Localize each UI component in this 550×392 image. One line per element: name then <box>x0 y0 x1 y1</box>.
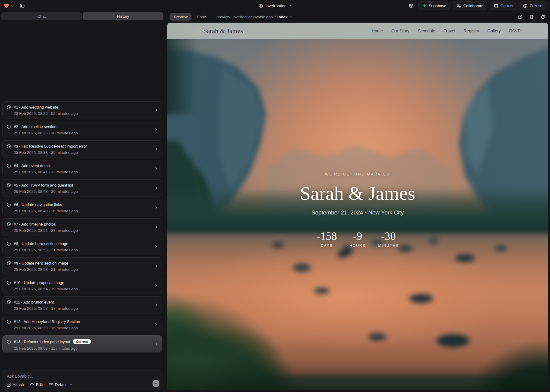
site-nav: HomeOur StoryScheduleTravelRegistryGalle… <box>372 28 521 33</box>
tab-chat-label: Chat <box>38 14 46 19</box>
history-icon <box>7 222 11 226</box>
nav-link-schedule[interactable]: Schedule <box>418 28 435 33</box>
history-item[interactable]: #4 - Add event details 25 Feb 2025, 08:4… <box>2 160 162 177</box>
send-button[interactable] <box>153 380 159 387</box>
external-link-icon <box>518 15 522 19</box>
publish-label: Publish <box>530 4 542 8</box>
history-icon <box>7 202 11 207</box>
nav-link-registry[interactable]: Registry <box>464 28 479 33</box>
history-icon <box>7 105 11 109</box>
preview-url-path: index <box>277 15 288 19</box>
panel-tabs: Chat History <box>1 12 163 20</box>
history-item[interactable]: #5 - Add RSVP form and guest list 25 Feb… <box>2 179 162 196</box>
github-button[interactable]: GitHub <box>490 1 516 10</box>
history-item-title: #1 - Add wedding website <box>14 105 58 109</box>
history-item-title: #8 - Update hero section image <box>14 241 68 246</box>
project-selector[interactable]: lovefrontier <box>259 0 292 11</box>
history-icon <box>7 340 11 344</box>
github-icon <box>494 4 498 8</box>
model-label: Default <box>55 382 68 387</box>
history-item-timestamp: 25 Feb 2025, 08:48 - 26 minutes ago <box>14 209 152 213</box>
chevron-down-icon <box>11 4 14 7</box>
composer-input[interactable] <box>6 373 158 379</box>
site-brand[interactable]: Sarah & James <box>195 27 243 35</box>
history-item-title: #2 - Add timeline section <box>14 124 56 129</box>
collaborate-button[interactable]: Collaborate <box>453 1 487 10</box>
history-icon <box>7 300 11 304</box>
sidebar-toggle-button[interactable] <box>18 1 27 10</box>
publish-button[interactable]: Publish <box>519 1 546 10</box>
preview-url-selector[interactable]: preview--lovefrontier.lovable.app / inde… <box>216 15 293 19</box>
history-item-title: #3 - Fix: Resolve Lucide-react import er… <box>14 144 87 148</box>
chevron-right-icon <box>154 322 159 327</box>
chevron-right-icon <box>154 264 159 268</box>
chevron-right-icon <box>154 166 159 171</box>
hero-title: Sarah & James <box>167 182 548 205</box>
tab-code[interactable]: Code <box>197 15 206 19</box>
nav-link-gallery[interactable]: Gallery <box>488 28 501 33</box>
attach-label: Attach <box>13 382 24 387</box>
history-item[interactable]: #6 - Update navigation links 25 Feb 2025… <box>2 199 162 216</box>
crosshair-icon <box>30 382 34 387</box>
history-list: #1 - Add wedding website 25 Feb 2025, 08… <box>2 101 162 355</box>
smartphone-icon <box>529 15 534 19</box>
history-item[interactable]: #1 - Add wedding website 25 Feb 2025, 08… <box>2 101 162 118</box>
preview-panel: Sarah & James HomeOur StoryScheduleTrave… <box>167 22 548 390</box>
site-header: Sarah & James HomeOur StoryScheduleTrave… <box>167 23 548 39</box>
edit-button[interactable]: Edit <box>30 382 43 387</box>
history-item[interactable]: #12 - Add Honeyfund Registry Section 25 … <box>2 316 162 333</box>
refresh-icon <box>541 15 545 19</box>
history-item-title: #5 - Add RSVP form and guest list <box>14 183 73 187</box>
tab-preview-label: Preview <box>174 15 188 19</box>
history-icon <box>7 183 11 187</box>
attach-button[interactable]: Attach <box>6 382 24 387</box>
preview-toolbar: Preview Code preview--lovefrontier.lovab… <box>167 11 548 22</box>
image-icon <box>6 382 11 387</box>
mobile-view-button[interactable] <box>529 15 534 19</box>
preview-url-separator: / <box>274 15 276 19</box>
collaborate-label: Collaborate <box>463 4 483 8</box>
countdown-value: -9 <box>349 230 365 243</box>
tab-history[interactable]: History <box>83 12 164 20</box>
tab-history-label: History <box>117 14 129 19</box>
nav-link-rsvp[interactable]: RSVP <box>509 28 521 33</box>
history-icon <box>7 124 11 129</box>
hero-eyebrow: WE'RE GETTING MARRIED <box>167 172 548 176</box>
history-item-timestamp: 25 Feb 2025, 08:51 - 23 minutes ago <box>14 228 152 233</box>
history-item[interactable]: #7 - Add timeline photos 25 Feb 2025, 08… <box>2 218 162 235</box>
history-item-title: #7 - Add timeline photos <box>14 222 56 226</box>
history-item[interactable]: #3 - Fix: Resolve Lucide-react import er… <box>2 140 162 157</box>
chevron-right-icon <box>154 303 159 307</box>
refresh-button[interactable] <box>541 15 545 19</box>
history-item[interactable]: #13 - Refactor index page layout Current… <box>2 335 162 352</box>
hero-section: WE'RE GETTING MARRIED Sarah & James Sept… <box>167 172 548 248</box>
open-in-new-tab-button[interactable] <box>518 15 522 19</box>
history-item[interactable]: #8 - Update hero section image 25 Feb 20… <box>2 238 162 255</box>
tab-chat[interactable]: Chat <box>1 12 82 20</box>
history-item-title: #13 - Refactor index page layout <box>14 340 70 344</box>
history-item-title: #6 - Update navigation links <box>14 202 62 207</box>
gear-icon <box>409 3 414 8</box>
history-item-timestamp: 25 Feb 2025, 09:03 - 11 minutes ago <box>14 346 152 351</box>
chevron-right-icon <box>154 244 159 249</box>
settings-button[interactable] <box>407 1 416 10</box>
countdown-unit: -158DAYS <box>316 230 337 248</box>
nav-link-our-story[interactable]: Our Story <box>391 28 409 33</box>
history-item[interactable]: #11 - Add brunch event 25 Feb 2025, 08:5… <box>2 296 162 313</box>
countdown: -158DAYS-9HOURS-30MINUTES <box>167 230 548 248</box>
supabase-button[interactable]: Supabase <box>419 1 450 10</box>
tab-preview[interactable]: Preview <box>170 13 192 21</box>
history-item[interactable]: #2 - Add timeline section 25 Feb 2025, 0… <box>2 121 162 138</box>
history-icon <box>7 280 11 285</box>
nav-link-travel[interactable]: Travel <box>444 28 455 33</box>
history-item[interactable]: #10 - Update proposal image 25 Feb 2025,… <box>2 277 162 294</box>
chevron-right-icon <box>154 205 159 210</box>
history-item-timestamp: 25 Feb 2025, 08:22 - 52 minutes ago <box>14 111 152 116</box>
lovable-logo-menu[interactable] <box>4 3 14 9</box>
model-selector[interactable]: Default <box>49 382 72 387</box>
history-item-timestamp: 25 Feb 2025, 08:41 - 33 minutes ago <box>14 170 152 174</box>
history-item-title: #4 - Add event details <box>14 163 51 168</box>
nav-link-home[interactable]: Home <box>372 28 383 33</box>
chevron-right-icon <box>154 127 159 132</box>
history-item[interactable]: #9 - Update hero section image 25 Feb 20… <box>2 257 162 274</box>
